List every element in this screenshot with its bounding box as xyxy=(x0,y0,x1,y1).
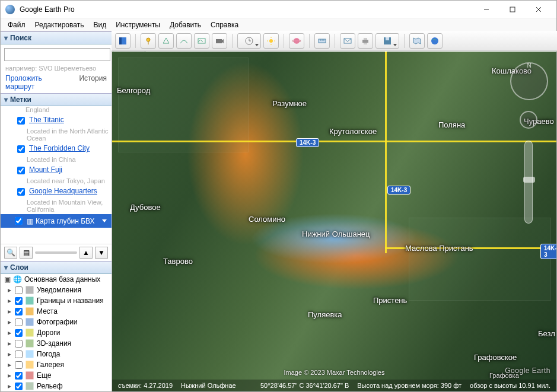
zoom-slider[interactable] xyxy=(524,141,533,224)
layer-checkbox[interactable] xyxy=(15,286,23,294)
expand-icon[interactable]: ▣ xyxy=(4,275,10,283)
place-checkbox[interactable] xyxy=(17,167,25,174)
place-item[interactable]: England xyxy=(1,106,112,114)
map-label: Безл xyxy=(538,329,555,338)
places-header[interactable]: ▾ Метки xyxy=(1,93,112,106)
layer-checkbox[interactable] xyxy=(15,350,23,358)
sky-planets-button[interactable] xyxy=(289,33,304,49)
chevron-down-icon[interactable] xyxy=(102,219,107,222)
menu-tools[interactable]: Инструменты xyxy=(111,20,165,30)
layer-label: Еще xyxy=(37,371,51,380)
layer-root[interactable]: ▣ 🌐 Основная база данных xyxy=(1,274,112,285)
layer-row[interactable]: ▸ 3D-здания xyxy=(1,338,112,349)
layer-checkbox[interactable] xyxy=(15,308,23,315)
place-item[interactable]: Google Headquarters xyxy=(1,186,112,199)
search-input[interactable] xyxy=(4,48,110,61)
place-item[interactable]: Mount Fuji xyxy=(1,164,112,177)
add-polygon-button[interactable] xyxy=(158,33,174,49)
layer-row[interactable]: ▸ Места xyxy=(1,306,112,317)
record-tour-button[interactable] xyxy=(212,33,227,49)
close-button[interactable] xyxy=(526,1,552,18)
expand-icon[interactable]: ▸ xyxy=(7,307,12,315)
expand-icon[interactable]: ▸ xyxy=(7,318,12,326)
place-item[interactable]: The Titanic xyxy=(1,114,112,128)
sunlight-button[interactable] xyxy=(263,33,279,49)
google-earth-logo: Google Earth xyxy=(505,366,550,375)
add-placemark-button[interactable] xyxy=(141,33,156,49)
save-image-button[interactable] xyxy=(375,33,399,49)
layer-row[interactable]: ▸ Дороги xyxy=(1,327,112,338)
place-label: Карта глубин БВХ xyxy=(36,217,95,225)
layer-row[interactable]: ▸ Фотографии xyxy=(1,317,112,327)
view-in-maps-button[interactable] xyxy=(409,33,425,49)
expand-icon[interactable]: ▸ xyxy=(7,382,12,390)
find-button[interactable]: 🔍 xyxy=(4,247,17,259)
print-button[interactable] xyxy=(358,33,373,49)
expand-icon[interactable]: ▸ xyxy=(7,286,12,294)
layer-row[interactable]: ▸ Рельеф xyxy=(1,381,112,391)
view-button[interactable]: ▤ xyxy=(20,247,33,259)
place-link[interactable]: Mount Fuji xyxy=(29,165,62,174)
layer-checkbox[interactable] xyxy=(15,329,23,337)
layer-row[interactable]: ▸ Погода xyxy=(1,349,112,359)
route-link[interactable]: Проложить маршрут xyxy=(5,74,71,91)
place-checkbox[interactable] xyxy=(17,117,25,125)
maximize-button[interactable] xyxy=(499,1,526,18)
menu-help[interactable]: Справка xyxy=(206,20,243,30)
layer-checkbox[interactable] xyxy=(15,383,23,390)
expand-icon[interactable]: ▸ xyxy=(7,361,12,369)
email-button[interactable] xyxy=(340,33,355,49)
add-image-overlay-button[interactable] xyxy=(194,33,209,49)
expand-icon[interactable]: ▸ xyxy=(7,350,12,358)
place-link[interactable]: The Titanic xyxy=(29,116,64,124)
place-item[interactable]: The Forbidden City xyxy=(1,143,112,156)
layer-checkbox[interactable] xyxy=(15,297,23,305)
layer-checkbox[interactable] xyxy=(15,318,23,326)
place-selected[interactable]: ▥ Карта глубин БВХ xyxy=(1,214,112,228)
pan-control[interactable] xyxy=(520,111,537,129)
expand-icon[interactable]: ▸ xyxy=(7,339,12,348)
road-shield: 14K-3 xyxy=(387,186,410,195)
history-link[interactable]: История xyxy=(79,74,107,91)
place-link[interactable]: Google Headquarters xyxy=(29,187,97,195)
move-up-button[interactable]: ▲ xyxy=(79,247,93,259)
svg-rect-20 xyxy=(216,39,222,43)
compass-control[interactable]: N xyxy=(510,62,548,100)
ruler-button[interactable] xyxy=(314,33,330,49)
place-checkbox[interactable] xyxy=(17,188,25,196)
menu-view[interactable]: Вид xyxy=(88,20,111,30)
expand-icon[interactable]: ▸ xyxy=(7,297,12,305)
svg-rect-1 xyxy=(510,7,515,12)
sidebar-toggle-button[interactable] xyxy=(115,33,131,49)
layers-header[interactable]: ▾ Слои xyxy=(1,261,112,274)
road-shield: 14K-3 xyxy=(296,138,319,147)
menu-edit[interactable]: Редактировать xyxy=(30,20,89,30)
layer-row[interactable]: ▸ Уведомления xyxy=(1,285,112,295)
layer-checkbox[interactable] xyxy=(15,340,23,348)
place-checkbox[interactable] xyxy=(15,217,23,225)
earth-button[interactable] xyxy=(427,33,443,49)
minimize-button[interactable] xyxy=(473,1,499,18)
add-path-button[interactable] xyxy=(176,33,192,49)
search-header[interactable]: ▾ Поиск xyxy=(1,31,112,44)
place-link[interactable]: The Forbidden City xyxy=(29,144,90,152)
place-checkbox[interactable] xyxy=(17,145,25,153)
layer-icon xyxy=(25,296,34,305)
places-header-label: Метки xyxy=(10,95,31,104)
expand-icon[interactable]: ▸ xyxy=(7,371,12,380)
move-down-button[interactable]: ▼ xyxy=(95,247,108,259)
opacity-slider[interactable] xyxy=(35,251,77,254)
menu-file[interactable]: Файл xyxy=(3,20,30,30)
menu-add[interactable]: Добавить xyxy=(165,20,206,30)
layer-row[interactable]: ▸ Еще xyxy=(1,370,112,381)
zoom-handle[interactable] xyxy=(523,177,535,183)
search-hint: например: SVO Шереметьево xyxy=(1,65,112,74)
layer-checkbox[interactable] xyxy=(15,372,23,380)
historical-imagery-button[interactable] xyxy=(237,33,261,49)
layer-row[interactable]: ▸ Границы и названия xyxy=(1,295,112,306)
map-viewport[interactable]: КошлаковоБелгородРазумноеПолянаЧураевоКр… xyxy=(112,52,556,391)
place-subtitle: Located in China xyxy=(1,156,112,164)
layer-checkbox[interactable] xyxy=(15,361,23,369)
expand-icon[interactable]: ▸ xyxy=(7,329,12,337)
layer-row[interactable]: ▸ Галерея xyxy=(1,359,112,370)
